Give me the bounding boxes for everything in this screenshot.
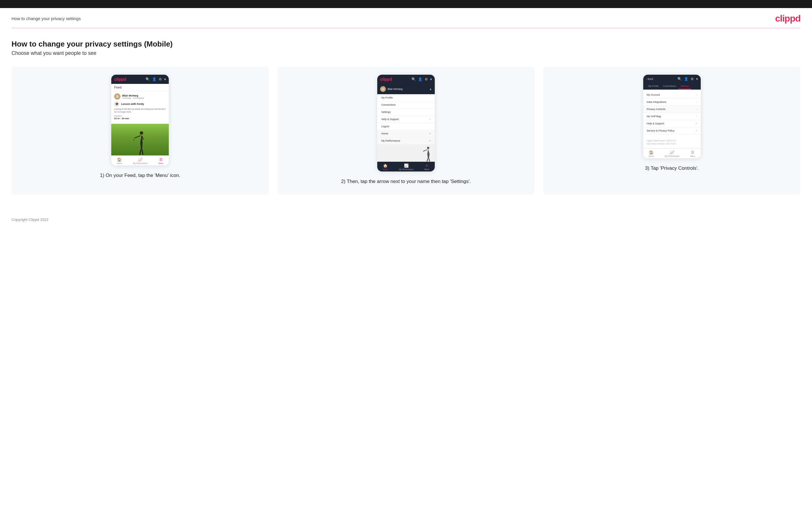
p3-my-account-item: My Account › [643,91,701,99]
p1-nav-performance: 📈 My Performance [133,157,148,164]
p1-user-sub: Yesterday · Sunningdale [122,97,144,99]
p3-header-icons: 🔍 👤 ⚙ ▾ [677,77,698,81]
p1-post: B Blair McHarg Yesterday · Sunningdale 🎓… [111,91,169,124]
p3-service-label: Service & Privacy Policy [647,129,674,132]
p3-my-account-chevron: › [697,93,697,96]
p2-settings-item: Settings [377,109,435,116]
p1-nav-menu: ☰ Menu [158,157,164,164]
p3-bottom-nav: 🏠 Home 📈 My Performance ☰ Menu [643,148,701,158]
p1-search-icon: 🔍 [146,77,150,81]
top-bar [0,0,812,8]
p2-up-chevron: ▲ [429,88,432,91]
p3-my-account-label: My Account [647,93,660,96]
p1-settings-icon: ⚙ [159,77,162,81]
p2-header: clippd 🔍 👤 ⚙ ▾ [377,75,435,84]
p2-perf-chevron: ▾ [429,139,431,142]
p2-logout-item: Logout [377,123,435,130]
p1-feed-tab: Feed [111,84,169,91]
svg-point-0 [140,131,143,135]
p3-privacy-chevron: › [697,108,697,111]
p2-search-icon: 🔍 [411,77,416,81]
p3-data-int-label: Data Integrations [647,101,666,103]
p3-server-version: GQL Server Version: 2022.7.30-1 [647,142,697,145]
p2-chevron-icon: ▾ [430,77,432,81]
p2-close-icon: ✕ [425,163,428,168]
p3-golf-bag-label: My Golf Bag [647,115,661,118]
p1-perf-label: My Performance [133,162,148,164]
p2-perf-nav-icon: 📈 [404,163,409,168]
p3-home-label: Home [648,155,654,157]
header-divider [11,28,801,28]
p2-nav-home: 🏠 Home [383,163,388,170]
golfer-svg [133,129,147,155]
p3-service-external-icon: ↗ [695,129,697,132]
p3-header: ‹ Back 🔍 👤 ⚙ ▾ [643,75,701,83]
step-3-card: ‹ Back 🔍 👤 ⚙ ▾ My Profile Connections Se… [543,67,801,194]
p2-connections-item: Connections [377,101,435,109]
p3-menu-icon: ☰ [691,150,695,155]
p3-service-privacy-item: Service & Privacy Policy ↗ [643,127,701,134]
step-1-card: clippd 🔍 👤 ⚙ ▾ Feed B Blair McHarg [11,67,269,194]
p2-username: Blair McHarg [388,88,403,91]
p3-client-version: Clippd Client Version: 2022.8.3-3 [647,139,697,142]
p1-header: clippd 🔍 👤 ⚙ ▾ [111,75,169,84]
p3-tab-connections: Connections [661,83,678,89]
p1-perf-icon: 📈 [138,157,143,162]
p2-my-profile-item: My Profile [377,94,435,101]
p1-menu-icon: ☰ [159,157,163,162]
p3-menu-label: Menu [690,155,695,157]
logo: clippd [775,13,801,24]
phone-3-mockup: ‹ Back 🔍 👤 ⚙ ▾ My Profile Connections Se… [643,75,701,158]
step-2-card: clippd 🔍 👤 ⚙ ▾ B Blair McHarg ▲ [277,67,535,194]
main-content: How to change your privacy settings (Mob… [0,28,812,212]
p3-help-support-item: Help & Support ↗ [643,120,701,127]
footer: Copyright Clippd 2022 [0,212,812,227]
step-2-caption: 2) Then, tap the arrow next to your name… [341,178,471,185]
p3-person-icon: 👤 [684,77,689,81]
p2-performance-section: My Performance ▾ [377,137,435,145]
p2-menu: My Profile Connections Settings Help & S… [377,94,435,130]
p2-bottom-nav: 🏠 Home 📈 My Performance ✕ Menu [377,162,435,171]
p1-username: Blair McHarg [122,94,144,97]
p3-help-external-icon: ↗ [695,122,697,125]
p1-home-icon: 🏠 [117,157,121,162]
p2-help-support-item: Help & Support [377,116,435,123]
p1-nav-home: 🏠 Home [117,157,122,164]
p3-tab-myprofile: My Profile [646,83,661,89]
p1-lesson-title: Lesson with Fordy [121,103,144,105]
p1-lesson-row: 🎓 Lesson with Fordy [114,101,166,107]
p2-avatar: B [380,86,386,92]
p1-person-icon: 👤 [152,77,156,81]
p1-home-label: Home [117,162,122,164]
copyright-text: Copyright Clippd 2022 [11,217,49,222]
p3-back-button: ‹ Back [646,77,654,80]
p3-nav-performance: 📈 My Performance [665,150,679,157]
step-1-caption: 1) On your Feed, tap the 'Menu' icon. [100,172,181,179]
p2-nav-close: ✕ Menu [424,163,429,170]
p2-perf-nav-label: My Performance [399,168,413,170]
header: How to change your privacy settings clip… [0,8,812,28]
p2-perf-label: My Performance [381,139,400,142]
p3-golf-bag-chevron: › [697,115,697,118]
p2-nav-performance: 📈 My Performance [399,163,413,170]
svg-point-2 [427,147,429,149]
p3-privacy-label: Privacy Controls [647,108,666,111]
p3-data-integrations-item: Data Integrations › [643,99,701,106]
p3-search-icon: 🔍 [677,77,682,81]
p2-home-label: Home [381,132,388,135]
p2-person-icon: 👤 [418,77,422,81]
p2-settings-icon: ⚙ [425,77,428,81]
p3-version-info: Clippd Client Version: 2022.8.3-3 GQL Se… [643,136,701,148]
p3-tabs: My Profile Connections Settings [643,83,701,90]
page-subtitle: Choose what you want people to see [11,50,801,56]
svg-line-1 [134,137,135,141]
p1-lesson-icon: 🎓 [114,101,119,107]
p3-perf-label: My Performance [665,155,679,157]
phone-1-mockup: clippd 🔍 👤 ⚙ ▾ Feed B Blair McHarg [111,75,169,165]
p1-avatar: B [114,93,120,100]
p2-home-nav-label: Home [383,168,388,170]
p1-header-icons: 🔍 👤 ⚙ ▾ [146,77,166,81]
p2-menu-nav-label: Menu [424,168,429,170]
p1-user-info: Blair McHarg Yesterday · Sunningdale [122,94,144,99]
p1-desc: Looking to feel like my hands are exitin… [114,108,166,113]
